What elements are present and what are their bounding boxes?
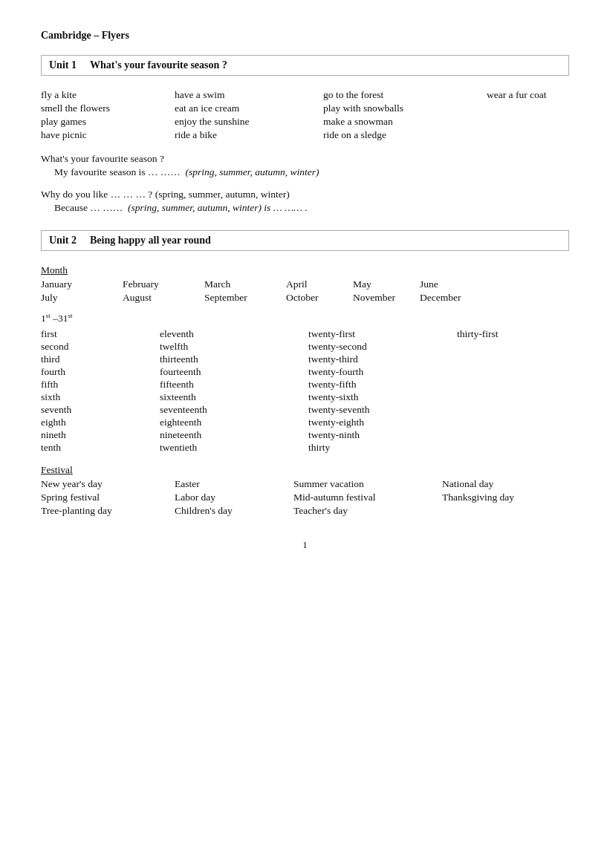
page-number: 1 (41, 539, 569, 551)
unit2-label: Unit 2 (49, 235, 77, 247)
festival-item: New year's day (41, 478, 175, 490)
month-label: Month (41, 264, 569, 276)
month-item: March (204, 278, 286, 290)
festival-item: Mid-autumn festival (293, 492, 442, 503)
vocab-item: smell the flowers (41, 102, 175, 114)
ordinal-item: third (41, 353, 160, 365)
ordinal-item: twenty-ninth (308, 429, 457, 441)
vocab-item: have picnic (41, 129, 175, 141)
ordinal-item (457, 429, 576, 441)
festival-item: Children's day (175, 505, 293, 517)
ordinal-item: twenty-third (308, 353, 457, 365)
vocab-item: ride a bike (175, 129, 323, 141)
festival-item: Teacher's day (293, 505, 442, 517)
ordinal-item (457, 391, 576, 403)
ordinal-item: twentieth (160, 442, 308, 454)
ordinal-item: twenty-sixth (308, 391, 457, 403)
months-row2: JulyAugustSeptemberOctoberNovemberDecemb… (41, 292, 569, 304)
answer1-prefix: My favourite season is … …… (54, 166, 181, 177)
festival-label: Festival (41, 464, 569, 476)
question2-text: Why do you like … … … ? (spring, summer,… (41, 189, 569, 200)
ordinal-item (457, 379, 576, 391)
vocab-item: go to the forest (323, 89, 487, 101)
month-item: August (123, 292, 204, 304)
festival-item: Labor day (175, 492, 293, 503)
ordinal-item: twenty-fourth (308, 366, 457, 378)
vocab-grid: fly a kitehave a swimgo to the forestwea… (41, 89, 569, 141)
month-item: November (353, 292, 420, 304)
question1-block: What's your favourite season ? My favour… (41, 153, 569, 178)
ordinal-item: thirty (308, 442, 457, 454)
ordinal-item: seventh (41, 404, 160, 416)
ordinal-item: nineteenth (160, 429, 308, 441)
ordinal-item: eleventh (160, 328, 308, 340)
vocab-item: eat an ice cream (175, 102, 323, 114)
question1-text: What's your favourite season ? (41, 153, 569, 165)
vocab-item: play with snowballs (323, 102, 487, 114)
ordinal-item (457, 404, 576, 416)
ordinal-item: seventeenth (160, 404, 308, 416)
page-title: Cambridge – Flyers (41, 30, 569, 42)
ordinal-item (457, 366, 576, 378)
ordinal-item: thirty-first (457, 328, 576, 340)
vocab-item (487, 102, 610, 114)
vocab-item: ride on a sledge (323, 129, 487, 141)
question2-block: Why do you like … … … ? (spring, summer,… (41, 189, 569, 214)
vocab-item (487, 116, 610, 128)
answer1-italic: (spring, summer, autumn, winter) (186, 166, 319, 177)
festival-item: Thanksgiving day (442, 492, 561, 503)
ordinal-item: second (41, 341, 160, 353)
unit2-title: Being happy all year round (90, 235, 211, 247)
month-item: June (420, 278, 487, 290)
festival-item: Tree-planting day (41, 505, 175, 517)
unit1-title: What's your favourite season ? (90, 59, 227, 71)
vocab-item (487, 129, 610, 141)
festival-grid: New year's dayEasterSummer vacationNatio… (41, 478, 569, 517)
vocab-item: play games (41, 116, 175, 128)
month-item: December (420, 292, 487, 304)
month-item: April (286, 278, 353, 290)
answer2-italic: (spring, summer, autumn, winter) is … ……… (128, 202, 308, 213)
month-item: January (41, 278, 123, 290)
ordinals-label-text: 1st –31st (41, 313, 72, 324)
ordinal-item: twenty-eighth (308, 417, 457, 428)
ordinals-header: 1st –31st (41, 311, 569, 324)
month-item: September (204, 292, 286, 304)
answer2-text: Because … …… (spring, summer, autumn, wi… (41, 202, 569, 214)
month-item: October (286, 292, 353, 304)
ordinal-item: fifth (41, 379, 160, 391)
unit1-label: Unit 1 (49, 59, 77, 71)
ordinal-item (457, 353, 576, 365)
festival-item: Easter (175, 478, 293, 490)
month-item: July (41, 292, 123, 304)
ordinal-item: sixth (41, 391, 160, 403)
ordinal-item: sixteenth (160, 391, 308, 403)
ordinal-item: fifteenth (160, 379, 308, 391)
ordinal-item: eighteenth (160, 417, 308, 428)
month-item: May (353, 278, 420, 290)
ordinal-item: twenty-second (308, 341, 457, 353)
festival-item: National day (442, 478, 561, 490)
vocab-item: make a snowman (323, 116, 487, 128)
ordinal-item (457, 417, 576, 428)
answer2-prefix: Because … …… (54, 202, 123, 213)
unit1-header: Unit 1 What's your favourite season ? (41, 55, 569, 76)
festival-item: Spring festival (41, 492, 175, 503)
festival-item: Summer vacation (293, 478, 442, 490)
ordinal-item: twenty-fifth (308, 379, 457, 391)
ordinal-item: twelfth (160, 341, 308, 353)
unit2-header: Unit 2 Being happy all year round (41, 230, 569, 251)
ordinal-item: twenty-seventh (308, 404, 457, 416)
month-item: February (123, 278, 204, 290)
vocab-item: wear a fur coat (487, 89, 610, 101)
festival-item (442, 505, 561, 517)
ordinal-item: fourth (41, 366, 160, 378)
ordinal-item: tenth (41, 442, 160, 454)
ordinal-item: thirteenth (160, 353, 308, 365)
ordinal-item: first (41, 328, 160, 340)
ordinal-item (457, 341, 576, 353)
answer1-text: My favourite season is … …… (spring, sum… (41, 166, 569, 178)
months-row1: JanuaryFebruaryMarchAprilMayJune (41, 278, 569, 290)
ordinal-item: fourteenth (160, 366, 308, 378)
ordinals-grid: firsteleventhtwenty-firstthirty-firstsec… (41, 328, 569, 454)
